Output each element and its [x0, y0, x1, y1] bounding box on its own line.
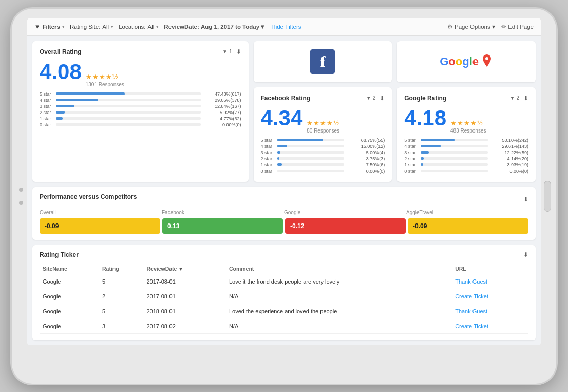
page-options-button[interactable]: ⚙ Page Options ▾	[447, 23, 495, 30]
google-responses: 483 Responses	[450, 128, 486, 134]
main-content: Overall Rating ▼ 1 ⬇ 4.08	[27, 36, 541, 345]
fb-responses: 80 Responses	[307, 128, 339, 134]
bar-5star: 5 star 47.43%(617)	[40, 91, 241, 97]
cell-url-2[interactable]: Create Ticket	[452, 289, 528, 304]
facebook-logo: f	[310, 49, 335, 74]
ticker-title: Rating Ticker	[40, 251, 79, 258]
fb-download-icon[interactable]: ⬇	[380, 95, 385, 102]
perf-col-google: Google	[284, 210, 406, 215]
performance-title: Performance versus Competitors	[40, 193, 137, 200]
ticker-section: Rating Ticker ⬇ SiteName Rating ReviewDa…	[32, 245, 536, 340]
thank-guest-link-1[interactable]: Thank Guest	[455, 278, 487, 285]
right-col: f Google	[254, 41, 536, 182]
hide-filters-button[interactable]: Hide Filters	[271, 24, 301, 30]
perf-bar-aggietravel: -0.09	[408, 218, 528, 234]
top-bar: ▼ Filters ▾ Rating Site: All ▾ Locations…	[27, 18, 541, 36]
cell-site-1: Google	[40, 274, 99, 289]
overall-rating-title: Overall Rating	[40, 48, 81, 55]
performance-download-icon[interactable]: ⬇	[523, 196, 528, 203]
perf-header-row: Performance versus Competitors ⬇	[40, 193, 528, 206]
locations-caret: ▾	[156, 24, 159, 29]
perf-bars-row: -0.09 0.13 -0.12 -0.09	[40, 218, 528, 234]
overall-responses: 1301 Responses	[86, 82, 124, 87]
top-bar-right: ⚙ Page Options ▾ ✏ Edit Page	[447, 23, 534, 30]
tablet-dots	[19, 188, 23, 205]
google-card-header: Google Rating ▼ 2 ⬇	[404, 95, 528, 102]
cell-date-2: 2017-08-01	[144, 289, 226, 304]
google-filter-count: 2	[516, 95, 519, 101]
cell-rating-3: 5	[99, 304, 144, 319]
facebook-rating-card: Facebook Rating ▼ 2 ⬇ 4.	[254, 87, 392, 182]
tablet-side-button	[544, 181, 551, 212]
google-map-pin-icon	[481, 54, 493, 69]
filters-button[interactable]: ▼ Filters ▾	[34, 24, 65, 30]
table-row: Google 5 2018-08-01 Loved the experience…	[40, 304, 528, 319]
filter-icon: ▼	[34, 24, 40, 30]
overall-rating-card: Overall Rating ▼ 1 ⬇ 4.08	[32, 41, 249, 182]
thank-guest-link-2[interactable]: Thank Guest	[455, 308, 487, 314]
review-date-value: Aug 1, 2017 to Today	[201, 24, 259, 30]
fb-filter-badge: ▼ 2	[366, 95, 375, 101]
perf-bar-facebook: 0.13	[162, 218, 283, 234]
cell-url-3[interactable]: Thank Guest	[452, 304, 528, 319]
perf-col-aggietravel: AggieTravel	[406, 210, 528, 215]
bar-0star: 0 star 0.00%(0)	[40, 122, 241, 127]
cell-site-4: Google	[40, 319, 99, 333]
tablet-screen: ▼ Filters ▾ Rating Site: All ▾ Locations…	[27, 18, 541, 345]
overall-score: 4.08	[40, 60, 82, 84]
star-2: ★	[92, 73, 99, 81]
cell-site-3: Google	[40, 304, 99, 319]
filters-label: Filters	[42, 24, 60, 30]
perf-bar-google: -0.12	[285, 218, 406, 234]
rating-cards-row: Facebook Rating ▼ 2 ⬇ 4.	[254, 87, 536, 182]
perf-col-overall: Overall	[40, 210, 162, 215]
locations-filter[interactable]: Locations: All ▾	[119, 24, 159, 30]
row-ratings: Overall Rating ▼ 1 ⬇ 4.08	[32, 41, 536, 182]
cell-rating-1: 5	[99, 274, 144, 289]
col-url: URL	[452, 264, 528, 274]
google-rating-card: Google Rating ▼ 2 ⬇ 4.18	[397, 87, 536, 182]
fb-rating-side: ★ ★ ★ ★ ½ 80 Responses	[307, 119, 339, 134]
google-filter-icon: ▼	[510, 95, 515, 101]
cell-site-2: Google	[40, 289, 99, 304]
col-review-date: ReviewDate ▼	[144, 264, 226, 274]
cell-comment-1: Love it the frond desk people are very l…	[226, 274, 452, 289]
edit-page-button[interactable]: ✏ Edit Page	[501, 23, 534, 30]
google-logo-text: Google	[440, 55, 479, 68]
col-rating: Rating	[99, 264, 144, 274]
fb-card-actions: ▼ 2 ⬇	[366, 95, 385, 102]
table-row: Google 2 2017-08-01 N/A Create Ticket	[40, 289, 528, 304]
cell-url-4[interactable]: Create Ticket	[452, 319, 528, 333]
cell-url-1[interactable]: Thank Guest	[452, 274, 528, 289]
rating-site-label: Rating Site:	[70, 24, 100, 30]
google-rating-title: Google Rating	[404, 95, 446, 102]
cell-comment-3: Loved the experience and loved the peopl…	[226, 304, 452, 319]
google-big-rating: 4.18 ★ ★ ★ ★ ½ 483 Response	[404, 106, 528, 134]
overall-stars: ★ ★ ★ ★ ½	[86, 73, 124, 81]
fb-filter-count: 2	[373, 95, 376, 101]
perf-col-headers: Overall Facebook Google AggieTravel	[40, 210, 528, 215]
overall-filter-badge: ▼ 1	[222, 49, 232, 54]
rating-site-filter[interactable]: Rating Site: All ▾	[70, 24, 113, 30]
overall-filter-count: 1	[229, 49, 232, 54]
fb-stars: ★ ★ ★ ★ ½	[307, 119, 339, 127]
create-ticket-link-1[interactable]: Create Ticket	[455, 293, 488, 300]
ticker-download-icon[interactable]: ⬇	[523, 251, 528, 258]
bar-2star: 2 star 5.92%(77)	[40, 110, 241, 115]
star-5: ½	[112, 73, 118, 81]
overall-big-rating: 4.08 ★ ★ ★ ★ ½ 1301 Responses	[40, 60, 241, 87]
overall-download-icon[interactable]: ⬇	[236, 48, 241, 55]
date-filter[interactable]: ReviewDate: Aug 1, 2017 to Today ▾	[164, 23, 264, 30]
performance-section: Performance versus Competitors ⬇ Overall…	[32, 187, 536, 240]
cell-comment-4: N/A	[226, 319, 452, 333]
overall-card-header: Overall Rating ▼ 1 ⬇	[40, 48, 241, 55]
google-stars: ★ ★ ★ ★ ½	[450, 119, 486, 127]
review-date-label: ReviewDate:	[164, 24, 199, 30]
bar-3star: 3 star 12.84%(167)	[40, 104, 241, 109]
google-download-icon[interactable]: ⬇	[523, 95, 528, 102]
ticker-header: Rating Ticker ⬇	[40, 251, 528, 258]
create-ticket-link-2[interactable]: Create Ticket	[455, 323, 488, 329]
fb-filter-icon: ▼	[366, 95, 371, 101]
fb-score: 4.34	[261, 106, 303, 130]
tablet-dot-2	[19, 201, 23, 205]
